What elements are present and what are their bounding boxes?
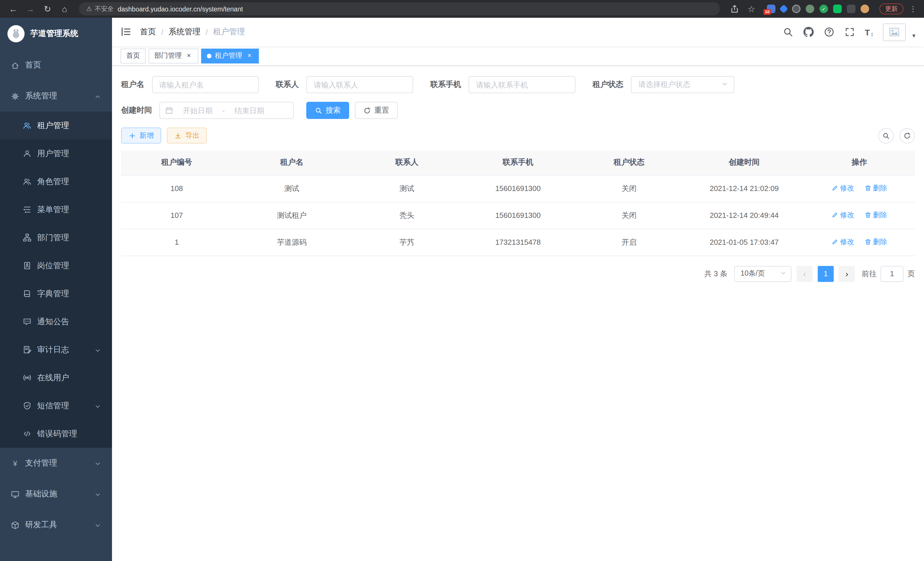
tenant-name-label: 租户名 <box>121 80 144 90</box>
extension-icon[interactable] <box>847 5 855 13</box>
status-select[interactable]: 请选择租户状态 <box>631 76 734 93</box>
extension-icon[interactable] <box>792 5 801 13</box>
delete-button[interactable]: 删除 <box>864 237 887 247</box>
sidebar-item-online-user[interactable]: 在线用户 <box>0 364 112 392</box>
refresh-icon <box>363 107 371 114</box>
contact-input[interactable] <box>306 76 413 93</box>
sidebar-item-sms[interactable]: 短信管理 <box>0 392 112 420</box>
close-icon[interactable]: × <box>185 52 193 59</box>
page-number-active[interactable]: 1 <box>818 266 834 282</box>
browser-menu-icon[interactable]: ⋮ <box>908 5 918 13</box>
column-header: 操作 <box>804 150 915 175</box>
date-range-picker[interactable]: - <box>159 102 294 119</box>
add-button[interactable]: 新增 <box>121 128 161 144</box>
trash-icon <box>864 212 871 219</box>
date-end-input[interactable] <box>228 106 271 115</box>
bookmark-star-icon[interactable]: ☆ <box>744 2 759 16</box>
breadcrumb-item[interactable]: 系统管理 <box>169 27 201 37</box>
cell-actions: 修改 删除 <box>804 175 915 202</box>
prev-page-button[interactable]: ‹ <box>796 266 813 282</box>
refresh-button[interactable] <box>899 128 915 143</box>
tab-home[interactable]: 首页 <box>121 48 146 63</box>
extension-icon[interactable] <box>861 5 869 13</box>
breadcrumb-separator: / <box>161 27 164 37</box>
table-row: 108 测试 测试 15601691300 关闭 2021-12-14 21:0… <box>121 175 915 202</box>
next-page-button[interactable]: › <box>839 266 855 282</box>
help-icon[interactable] <box>824 27 835 38</box>
sidebar-item-label: 支付管理 <box>25 458 57 468</box>
extension-icon[interactable] <box>779 4 788 13</box>
browser-update-button[interactable]: 更新 <box>879 3 903 14</box>
browser-reload-icon[interactable]: ↻ <box>40 2 55 16</box>
browser-toolbar: ← → ↻ ⌂ ⚠ 不安全 dashboard.yudao.iocoder.cn… <box>0 0 924 18</box>
avatar-caret-icon[interactable]: ▾ <box>912 32 915 41</box>
sidebar-item-home[interactable]: 首页 <box>0 50 112 81</box>
sidebar-menu: 首页 系统管理 租户管理 <box>0 50 112 561</box>
sidebar-item-label: 菜单管理 <box>37 205 69 215</box>
book-icon <box>23 289 32 298</box>
sidebar-item-label: 研发工具 <box>25 520 57 530</box>
sidebar-item-notice[interactable]: 通知公告 <box>0 308 112 336</box>
sidebar-item-post[interactable]: 岗位管理 <box>0 252 112 280</box>
sidebar-item-dict[interactable]: 字典管理 <box>0 280 112 308</box>
sidebar-logo-row[interactable]: 芋道管理系统 <box>0 18 112 50</box>
goto-page-input[interactable] <box>880 266 903 282</box>
reset-button[interactable]: 重置 <box>355 102 398 119</box>
edit-button[interactable]: 修改 <box>831 237 854 247</box>
pagination-goto: 前往 页 <box>862 266 915 282</box>
search-button[interactable]: 搜索 <box>306 102 349 119</box>
page-unit-label: 页 <box>908 268 915 279</box>
sidebar-item-label: 角色管理 <box>37 176 69 187</box>
browser-back-icon[interactable]: ← <box>6 2 21 16</box>
tab-tenant[interactable]: 租户管理 × <box>201 48 259 63</box>
sidebar-item-infra[interactable]: 基础设施 <box>0 479 112 510</box>
edit-button[interactable]: 修改 <box>831 211 854 220</box>
sidebar-item-error-code[interactable]: 错误码管理 <box>0 420 112 448</box>
tab-dept[interactable]: 部门管理 × <box>148 48 198 63</box>
extension-icon[interactable]: 10 <box>767 5 776 13</box>
search-toggle-button[interactable] <box>878 128 894 143</box>
sidebar-item-audit-log[interactable]: 审计日志 <box>0 336 112 364</box>
chevron-down-icon <box>721 80 728 89</box>
sidebar-item-tenant[interactable]: 租户管理 <box>0 111 112 140</box>
phone-input[interactable] <box>469 76 575 93</box>
column-header: 联系手机 <box>463 150 574 175</box>
breadcrumb-item[interactable]: 首页 <box>140 27 156 37</box>
search-icon[interactable] <box>783 27 794 38</box>
sidebar-item-dev-tools[interactable]: 研发工具 <box>0 510 112 540</box>
extension-icon[interactable] <box>806 5 814 13</box>
sidebar-item-system[interactable]: 系统管理 <box>0 81 112 111</box>
page-size-select[interactable]: 10条/页 <box>734 266 791 282</box>
tenant-name-input[interactable] <box>152 76 259 93</box>
github-icon[interactable] <box>803 27 814 38</box>
active-tab-dot <box>207 53 212 58</box>
table-row: 1 芋道源码 芋艿 17321315478 开启 2021-01-05 17:0… <box>121 229 915 256</box>
date-start-input[interactable] <box>176 106 219 115</box>
sidebar-item-label: 字典管理 <box>37 289 69 299</box>
screen: ← → ↻ ⌂ ⚠ 不安全 dashboard.yudao.iocoder.cn… <box>0 0 924 561</box>
sidebar-item-payment[interactable]: ¥ 支付管理 <box>0 448 112 479</box>
address-bar[interactable]: ⚠ 不安全 dashboard.yudao.iocoder.cn/system/… <box>79 2 720 15</box>
sidebar-item-role[interactable]: 角色管理 <box>0 168 112 196</box>
cell-tenant-id: 1 <box>121 229 232 256</box>
font-size-icon[interactable]: T↕ <box>865 27 873 37</box>
url-text: dashboard.yudao.iocoder.cn/system/tenant <box>118 5 243 12</box>
sidebar-item-dept[interactable]: 部门管理 <box>0 224 112 252</box>
phone-label: 联系手机 <box>430 80 461 90</box>
extension-icon[interactable]: ✓ <box>819 5 828 13</box>
share-icon[interactable] <box>727 2 742 16</box>
delete-button[interactable]: 删除 <box>864 183 887 193</box>
browser-home-icon[interactable]: ⌂ <box>57 2 72 16</box>
export-button[interactable]: 导出 <box>167 128 207 144</box>
sidebar-toggle-icon[interactable] <box>121 26 132 38</box>
sidebar-item-user[interactable]: 用户管理 <box>0 140 112 168</box>
fullscreen-icon[interactable] <box>844 27 855 38</box>
sidebar-item-menu[interactable]: 菜单管理 <box>0 196 112 224</box>
extension-icon[interactable] <box>833 5 842 13</box>
delete-button[interactable]: 删除 <box>864 211 887 220</box>
close-icon[interactable]: × <box>246 52 253 59</box>
monitor-icon <box>11 490 20 498</box>
edit-button[interactable]: 修改 <box>831 183 854 193</box>
browser-forward-icon[interactable]: → <box>23 2 38 16</box>
avatar[interactable] <box>883 23 906 41</box>
